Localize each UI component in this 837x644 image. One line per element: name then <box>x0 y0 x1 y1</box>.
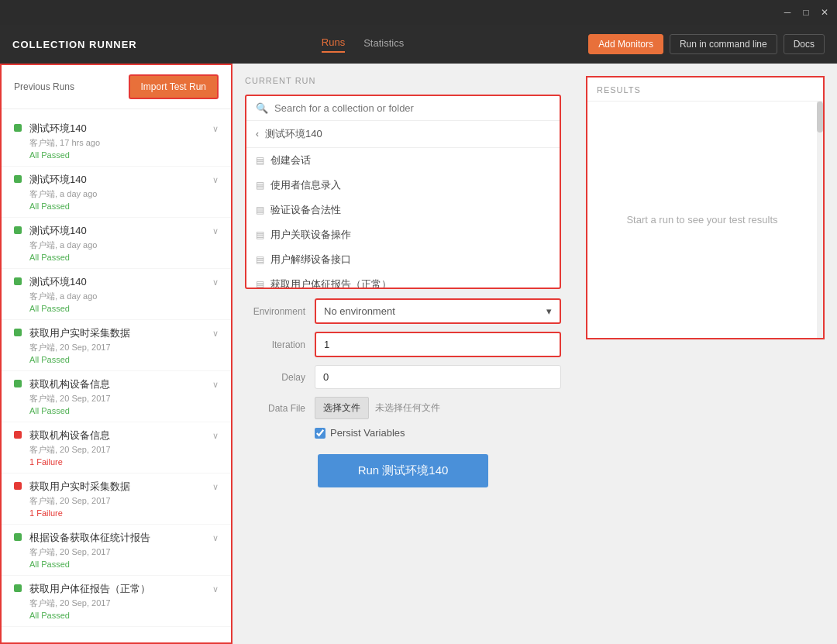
main-layout: Previous Runs Import Test Run 测试环境140 客户… <box>0 64 837 644</box>
status-dot <box>14 482 22 490</box>
chevron-icon: ∨ <box>212 277 219 288</box>
sidebar-item-1[interactable]: 测试环境140 客户端, 17 hrs ago All Passed ∨ <box>2 115 231 167</box>
sidebar-item-bottom[interactable]: 获取用户体征报告（正常） 客户端, 20 Sep, 2017 All Passe… <box>2 576 231 627</box>
results-content: Start a run to see your test results <box>587 102 817 338</box>
collection-item-3[interactable]: ▤ 验证设备合法性 <box>246 198 560 222</box>
results-panel: RESULTS Start a run to see your test res… <box>574 64 837 644</box>
item-status: 1 Failure <box>29 457 206 467</box>
item-status: All Passed <box>29 355 206 364</box>
chevron-down-icon: ▾ <box>546 305 552 317</box>
header-tabs: Runs Statistics <box>322 36 404 53</box>
collection-nav-name: 测试环境140 <box>265 127 322 141</box>
tab-statistics[interactable]: Statistics <box>363 37 404 52</box>
item-meta: 客户端, 20 Sep, 2017 <box>29 444 206 456</box>
sidebar-item-7[interactable]: 获取机构设备信息 客户端, 20 Sep, 2017 1 Failure ∨ <box>2 422 231 474</box>
sidebar-items: 测试环境140 客户端, 17 hrs ago All Passed ∨ 测试环… <box>2 109 231 642</box>
status-dot <box>14 277 22 285</box>
sidebar-item-2[interactable]: 测试环境140 客户端, a day ago All Passed ∨ <box>2 167 231 218</box>
iteration-row: Iteration <box>245 332 561 357</box>
app-title: COLLECTION RUNNER <box>12 39 137 50</box>
item-meta: 客户端, a day ago <box>29 291 206 302</box>
results-empty-text: Start a run to see your test results <box>626 214 777 226</box>
collection-item-1[interactable]: ▤ 创建会话 <box>246 148 560 173</box>
collection-item-name: 获取用户体征报告（正常） <box>270 277 391 288</box>
search-icon: 🔍 <box>256 102 268 114</box>
folder-icon: ▤ <box>256 205 264 215</box>
tab-runs[interactable]: Runs <box>322 36 345 53</box>
add-monitors-button[interactable]: Add Monitors <box>588 34 663 54</box>
collection-search-box: 🔍 ‹ 测试环境140 ▤ 创建会话 ▤ 使用者信息录入 ▤ 验证设备合法性 ▤… <box>245 95 561 289</box>
results-scrollbar-area: Start a run to see your test results <box>587 102 823 338</box>
run-button[interactable]: Run 测试环境140 <box>318 454 488 487</box>
collection-items: ▤ 创建会话 ▤ 使用者信息录入 ▤ 验证设备合法性 ▤ 用户关联设备操作 ▤ … <box>246 148 560 288</box>
environment-row: Environment No environment ▾ <box>245 298 561 324</box>
minimize-button[interactable]: ─ <box>781 6 794 19</box>
item-name: 测试环境140 <box>29 224 206 238</box>
collection-search-input[interactable] <box>274 102 550 114</box>
persist-variables-label: Persist Variables <box>330 427 405 439</box>
docs-button[interactable]: Docs <box>784 34 825 54</box>
folder-icon: ▤ <box>256 229 264 240</box>
sidebar-item-9[interactable]: 根据设备获取体征统计报告 客户端, 20 Sep, 2017 All Passe… <box>2 525 231 576</box>
sidebar-item-4[interactable]: 测试环境140 客户端, a day ago All Passed ∨ <box>2 269 231 320</box>
search-row: 🔍 <box>246 96 560 121</box>
maximize-button[interactable]: □ <box>800 6 812 19</box>
results-scrollbar[interactable] <box>817 102 823 338</box>
titlebar: ─ □ ✕ <box>0 0 837 25</box>
status-dot <box>14 175 22 183</box>
delay-label: Delay <box>245 372 315 383</box>
choose-file-button[interactable]: 选择文件 <box>315 397 369 419</box>
item-status: All Passed <box>29 560 206 569</box>
persist-control: Persist Variables <box>315 427 561 439</box>
item-meta: 客户端, 20 Sep, 2017 <box>29 598 206 609</box>
sidebar-item-3[interactable]: 测试环境140 客户端, a day ago All Passed ∨ <box>2 218 231 269</box>
import-test-run-button[interactable]: Import Test Run <box>129 74 219 99</box>
close-button[interactable]: ✕ <box>818 6 831 19</box>
sidebar-title: Previous Runs <box>14 81 74 92</box>
header-actions: Add Monitors Run in command line Docs <box>588 34 825 54</box>
status-dot <box>14 431 22 439</box>
delay-control <box>315 365 561 389</box>
item-meta: 客户端, 20 Sep, 2017 <box>29 546 206 558</box>
collection-item-4[interactable]: ▤ 用户关联设备操作 <box>246 222 560 247</box>
sidebar-item-6[interactable]: 获取机构设备信息 客户端, 20 Sep, 2017 All Passed ∨ <box>2 371 231 422</box>
collection-item-5[interactable]: ▤ 用户解绑设备接口 <box>246 247 560 272</box>
no-file-text: 未选择任何文件 <box>375 401 440 415</box>
chevron-icon: ∨ <box>212 329 219 339</box>
data-file-row: Data File 选择文件 未选择任何文件 <box>245 397 561 419</box>
item-status: All Passed <box>29 611 206 620</box>
status-dot <box>14 380 22 387</box>
collection-nav[interactable]: ‹ 测试环境140 <box>246 121 560 148</box>
chevron-icon: ∨ <box>212 482 219 492</box>
results-title: RESULTS <box>587 77 823 102</box>
item-name: 获取用户实时采集数据 <box>29 326 206 340</box>
results-scrollbar-thumb <box>817 102 823 133</box>
item-content: 测试环境140 客户端, a day ago All Passed <box>29 275 206 313</box>
environment-select[interactable]: No environment ▾ <box>315 298 561 324</box>
collection-item-6[interactable]: ▤ 获取用户体征报告（正常） <box>246 272 560 288</box>
item-name: 获取用户体征报告（正常） <box>29 582 206 596</box>
iteration-input[interactable] <box>315 332 561 357</box>
collection-item-name: 用户解绑设备接口 <box>270 253 351 267</box>
folder-icon: ▤ <box>256 254 264 265</box>
item-meta: 客户端, a day ago <box>29 239 206 251</box>
item-name: 测试环境140 <box>29 122 206 136</box>
persist-variables-checkbox[interactable] <box>315 428 326 439</box>
run-command-line-button[interactable]: Run in command line <box>670 34 777 54</box>
sidebar-item-8[interactable]: 获取用户实时采集数据 客户端, 20 Sep, 2017 1 Failure ∨ <box>2 474 231 525</box>
sidebar-header: Previous Runs Import Test Run <box>2 65 231 109</box>
collection-item-2[interactable]: ▤ 使用者信息录入 <box>246 173 560 198</box>
delay-input[interactable] <box>315 365 561 389</box>
collection-item-name: 验证设备合法性 <box>270 203 341 217</box>
data-file-control: 选择文件 未选择任何文件 <box>315 397 561 419</box>
sidebar-item-5[interactable]: 获取用户实时采集数据 客户端, 20 Sep, 2017 All Passed … <box>2 320 231 371</box>
folder-icon: ▤ <box>256 180 264 191</box>
iteration-label: Iteration <box>245 339 315 350</box>
item-status: All Passed <box>29 150 206 160</box>
item-name: 测试环境140 <box>29 173 206 187</box>
back-arrow-icon: ‹ <box>256 129 259 139</box>
item-status: All Passed <box>29 253 206 262</box>
status-dot <box>14 584 22 592</box>
chevron-icon: ∨ <box>212 431 219 441</box>
chevron-icon: ∨ <box>212 226 219 236</box>
